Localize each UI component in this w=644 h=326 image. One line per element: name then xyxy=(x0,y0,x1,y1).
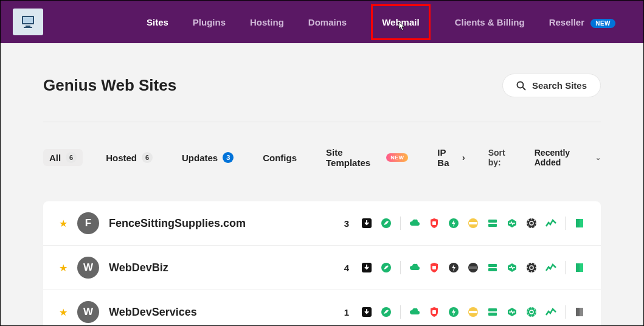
logo[interactable] xyxy=(13,9,43,35)
sort-dropdown[interactable]: Recently Added ⌄ xyxy=(535,148,601,167)
avatar: F xyxy=(77,212,99,234)
nav-domains[interactable]: Domains xyxy=(308,17,347,27)
divider xyxy=(565,217,566,230)
filter-updates[interactable]: Updates 3 xyxy=(176,149,240,166)
bolt-icon[interactable] xyxy=(448,307,459,317)
leaf-icon[interactable] xyxy=(381,218,392,229)
disc-icon[interactable] xyxy=(468,307,479,317)
svg-rect-40 xyxy=(576,308,580,316)
download-icon[interactable] xyxy=(361,307,372,317)
disc-icon[interactable] xyxy=(468,262,479,273)
svg-rect-12 xyxy=(488,220,497,223)
shield-icon[interactable] xyxy=(429,218,440,229)
svg-rect-17 xyxy=(580,219,583,227)
heart-icon[interactable] xyxy=(507,218,518,229)
filter-ipba[interactable]: IP Ba › xyxy=(431,144,471,171)
svg-point-38 xyxy=(527,307,536,317)
filter-configs[interactable]: Configs xyxy=(257,150,303,166)
divider xyxy=(400,261,401,274)
avatar: W xyxy=(77,257,99,279)
book-icon[interactable] xyxy=(574,307,585,317)
cloud-icon[interactable] xyxy=(409,307,420,317)
nav-reseller[interactable]: Reseller NEW xyxy=(549,17,615,27)
settings-icon[interactable] xyxy=(526,307,537,317)
leaf-icon[interactable] xyxy=(381,262,392,273)
server-icon[interactable] xyxy=(487,218,498,229)
svg-point-4 xyxy=(517,82,523,88)
site-row[interactable]: ★ F FenceSittingSupplies.com 3 xyxy=(43,201,601,246)
svg-rect-28 xyxy=(576,263,580,272)
svg-rect-2 xyxy=(26,26,30,27)
nav-clients-billing[interactable]: Clients & Billing xyxy=(455,17,525,27)
svg-rect-11 xyxy=(469,222,477,224)
heart-icon[interactable] xyxy=(507,262,518,273)
templates-new-badge: NEW xyxy=(386,153,408,162)
bolt-icon[interactable] xyxy=(448,262,459,273)
sort-label: Sort by: xyxy=(488,148,518,167)
site-row[interactable]: ★ W WebDevServices 1 xyxy=(43,290,601,326)
svg-rect-23 xyxy=(469,266,477,269)
filter-all-label: All xyxy=(49,153,61,163)
svg-rect-41 xyxy=(580,308,583,316)
site-name: WebDevServices xyxy=(109,306,197,319)
new-badge: NEW xyxy=(590,19,615,28)
svg-rect-3 xyxy=(24,27,32,28)
star-icon[interactable]: ★ xyxy=(59,262,68,274)
sort-value: Recently Added xyxy=(535,148,592,167)
cloud-icon[interactable] xyxy=(409,218,420,229)
nav-webmail[interactable]: Webmail xyxy=(371,4,430,40)
svg-rect-24 xyxy=(488,264,497,267)
filter-ipba-label: IP Ba xyxy=(437,147,457,168)
site-row[interactable]: ★ W WebDevBiz 4 xyxy=(43,246,601,290)
settings-icon[interactable] xyxy=(526,218,537,229)
chevron-right-icon: › xyxy=(462,153,465,162)
chevron-down-icon: ⌄ xyxy=(595,154,601,162)
svg-rect-13 xyxy=(488,224,497,227)
shield-icon[interactable] xyxy=(429,307,440,317)
cloud-icon[interactable] xyxy=(409,262,420,273)
filter-hosted-label: Hosted xyxy=(106,153,137,163)
heart-icon[interactable] xyxy=(507,307,518,317)
divider xyxy=(400,217,401,230)
nav-hosting[interactable]: Hosting xyxy=(250,17,284,27)
divider xyxy=(565,305,566,319)
update-count: 1 xyxy=(344,307,349,317)
svg-rect-16 xyxy=(576,219,580,227)
nav-plugins[interactable]: Plugins xyxy=(193,17,226,27)
book-icon[interactable] xyxy=(574,218,585,229)
chart-icon[interactable] xyxy=(545,262,556,273)
filter-hosted-count: 6 xyxy=(142,152,153,163)
shield-icon[interactable] xyxy=(429,262,440,273)
server-icon[interactable] xyxy=(487,307,498,317)
star-icon[interactable]: ★ xyxy=(59,218,68,229)
bolt-icon[interactable] xyxy=(448,218,459,229)
download-icon[interactable] xyxy=(361,218,372,229)
filter-hosted[interactable]: Hosted 6 xyxy=(100,149,159,166)
page-title: Genius Web Sites xyxy=(43,76,176,95)
site-name: WebDevBiz xyxy=(109,262,168,274)
search-input[interactable]: Search Sites xyxy=(502,74,601,97)
divider xyxy=(400,305,401,319)
leaf-icon[interactable] xyxy=(381,307,392,317)
chart-icon[interactable] xyxy=(545,307,556,317)
divider xyxy=(565,261,566,274)
star-icon[interactable]: ★ xyxy=(59,307,68,318)
server-icon[interactable] xyxy=(487,262,498,273)
disc-icon[interactable] xyxy=(468,218,479,229)
filter-bar: All 6 Hosted 6 Updates 3 Configs Site Te… xyxy=(43,144,601,171)
download-icon[interactable] xyxy=(361,262,372,273)
nav-sites[interactable]: Sites xyxy=(147,17,168,27)
chart-icon[interactable] xyxy=(545,218,556,229)
nav-reseller-label: Reseller xyxy=(549,17,584,27)
update-count: 3 xyxy=(344,218,349,229)
filter-all[interactable]: All 6 xyxy=(43,149,83,166)
svg-line-5 xyxy=(522,87,525,90)
filter-templates[interactable]: Site Templates NEW xyxy=(320,144,414,171)
svg-rect-29 xyxy=(580,263,583,272)
svg-rect-37 xyxy=(488,313,497,316)
settings-icon[interactable] xyxy=(526,262,537,273)
filter-templates-label: Site Templates xyxy=(326,147,381,168)
svg-point-14 xyxy=(527,218,536,228)
book-icon[interactable] xyxy=(574,262,585,273)
update-count: 4 xyxy=(344,263,349,273)
